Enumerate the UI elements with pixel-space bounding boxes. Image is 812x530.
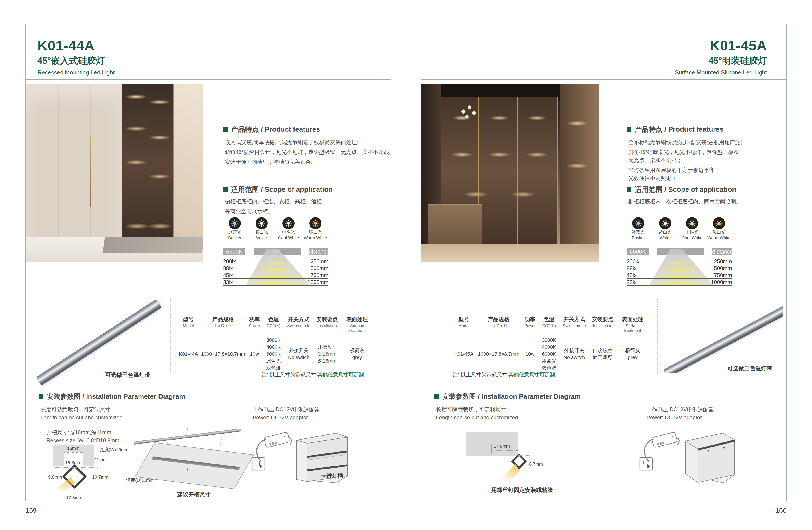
features-column: 产品特点 / Product features 全系标配无氧铜线,无须开槽,安装…	[627, 125, 793, 286]
spec-cct: 3000K4000K6000K冰蓝光双色温	[262, 337, 285, 371]
icon-label-en: Basket	[223, 235, 246, 240]
distance-value: 250mm	[310, 258, 329, 265]
sun-icon	[309, 217, 321, 229]
distance-value: 1000mm	[308, 279, 329, 285]
light-color-warm-white: 暖白光 Warm White	[707, 217, 730, 240]
icon-label-en: Cool White	[680, 235, 704, 240]
groove-diagram: L 宽度(W)16mm 深度(D)11mm L 建议开槽尺寸	[100, 426, 257, 500]
lux-value: 88lx	[627, 265, 636, 271]
dim-height: 8.7mm	[529, 462, 543, 467]
icon-label-en: Warm White	[707, 235, 730, 240]
flowers	[455, 100, 483, 132]
title-en: Surface Mounted Silicone Led Light	[675, 69, 767, 76]
cabinet-illustration	[679, 427, 740, 488]
power-text-en: Power: DC12V adaptor	[647, 415, 702, 421]
spec-surface: 极简灰grey	[342, 347, 373, 361]
light-color-cool-white: 中性光 Cool White	[680, 217, 704, 240]
icon-label-cn: 暖白光	[304, 229, 327, 235]
install-header: 安装参数图 / Installation Parameter Diagram	[434, 392, 581, 401]
spec-col-header: 安装要点Installation	[313, 316, 342, 333]
tricolor-caption: 可选做三色温灯带	[98, 371, 158, 378]
lux-value: 33lx	[223, 279, 233, 285]
dim-left: 9.8mm	[48, 475, 62, 480]
icon-label-cn: 超白光	[653, 229, 677, 235]
lux-value: 200lx	[627, 258, 639, 265]
section-divider	[29, 383, 387, 383]
feature-line: 斜角45°防炫目设计，见光不见灯，迷你型极窄、无光点、柔和不刺眼;	[225, 149, 391, 156]
scope-line: 橱柜柜底柜内、衣柜柜底柜内、商用空间照明。	[628, 198, 741, 205]
dim-top: 16mm	[63, 446, 84, 451]
note-suffix: 其他任意尺寸可定制	[508, 372, 555, 377]
section-bullet-icon	[223, 187, 228, 192]
spec-col-header: 开关方式Switch mode	[285, 316, 313, 333]
power-text-cn: 工作电压:DC12V电源适配器	[253, 406, 320, 413]
photometry-rows: 200lx250mm 88lx500mm 45lx750mm 33lx1000m…	[223, 257, 329, 286]
model-code: K01-45A	[675, 38, 767, 53]
sun-icon	[282, 217, 294, 229]
cut-text-en: Length can be cut and customized	[436, 415, 518, 421]
photometry-diagram: 6500K 90° distance 200lx250mm 88lx500mm …	[223, 248, 329, 286]
tricolor-caption: 可选做三色温灯带	[720, 365, 780, 372]
light-color-ice-blue: 冰蓝光 Basket	[627, 217, 650, 240]
spec-switch: 外接开关No switch	[285, 347, 313, 361]
light-cone	[55, 477, 75, 497]
sun-icon	[229, 217, 241, 229]
wardrobe-doors	[26, 84, 122, 262]
adaptor-illustration	[638, 428, 680, 478]
spec-col-header: 色温CCT(K)	[538, 316, 560, 333]
spec-col-header: 功率Power	[522, 316, 538, 333]
section-bullet-icon	[627, 127, 631, 132]
island-drawers	[429, 204, 482, 244]
spec-table: 型号Model 产品规格L x D x H 功率Power 色温CCT(K) 开…	[453, 316, 648, 372]
power-text-cn: 工作电压:DC12V电源适配器	[647, 406, 714, 413]
distance-value: 250mm	[714, 258, 732, 265]
scope-header: 适用范围 / Scope of application	[223, 185, 333, 194]
light-color-white: 超白光 White	[250, 217, 273, 240]
photometry-row: 88lx500mm	[223, 265, 329, 271]
lux-value: 33lx	[627, 279, 636, 285]
section-bullet-icon	[39, 394, 43, 399]
vertical-divider	[657, 299, 657, 373]
glass-mullion	[557, 97, 558, 249]
page-number-left: 159	[25, 507, 37, 514]
feature-line: 嵌入式安装,简单便捷,高端无氧铜端子线极简灰铝面处理;	[225, 139, 359, 146]
section-bullet-icon	[434, 394, 439, 399]
spec-table-row: K01-45A 1000×17.8×8.7mm 10w 3000K4000K60…	[453, 336, 648, 372]
glass-frame-line	[122, 84, 122, 262]
distance-chip: distance	[712, 248, 732, 255]
spec-switch: 外接开关No switch	[560, 347, 588, 361]
catalog-spread: K01-44A 45°嵌入式硅胶灯 Recessed Mounting Led …	[0, 0, 812, 530]
spec-col-header: 表面处理Surface treatment	[342, 316, 373, 333]
spec-table-header: 型号Model 产品规格L x D x H 功率Power 色温CCT(K) 开…	[177, 316, 373, 336]
title-en: Recessed Mounting Led Light	[38, 69, 115, 76]
feature-line: 全系标配无氧铜线,无须开槽,安装便捷,用途广泛;	[628, 139, 742, 146]
lux-value: 45lx	[627, 272, 636, 278]
sun-icon	[632, 217, 644, 229]
light-color-warm-white: 暖白光 Warm White	[304, 217, 327, 240]
note-prefix: 注: 以上尺寸为常规尺寸	[453, 372, 507, 377]
light-color-cool-white: 中性光 Cool White	[277, 217, 300, 240]
catalog-page-right: K01-45A 45°明装硅胶灯 Surface Mounted Silicon…	[421, 24, 787, 501]
spec-col-header: 安装要点Installation	[588, 316, 617, 333]
features-header-label: 产品特点 / Product features	[635, 125, 723, 134]
icon-label-en: Warm White	[304, 235, 327, 240]
spec-install: 自攻螺丝固定即可	[588, 347, 617, 361]
sun-icon	[256, 217, 268, 229]
adaptor-illustration	[250, 428, 293, 478]
distance-value: 500mm	[714, 265, 732, 271]
spec-size: 1000×17.8×10.7mm	[200, 350, 247, 358]
cabinet-caption: 卡进灯槽	[309, 472, 354, 479]
feature-line: 当灯条应用在层板的下方于板边平齐	[628, 167, 714, 174]
guide-line	[62, 484, 62, 494]
feature-line: 安装于预开的槽里，与槽边完美贴合;	[225, 158, 313, 166]
spec-col-header: 型号Model	[453, 316, 475, 333]
guide-line	[55, 484, 98, 484]
section-divider	[425, 383, 783, 383]
light-color-ice-blue: 冰蓝光 Basket	[223, 217, 246, 240]
scope-header-label: 适用范围 / Scope of application	[231, 185, 333, 194]
power-text-en: Power: DC12V adaptor	[253, 415, 308, 421]
sun-icon	[713, 217, 725, 229]
lux-value: 200lx	[223, 258, 236, 265]
photometry-row: 45lx750mm	[223, 271, 329, 278]
spec-col-header: 开关方式Switch mode	[560, 316, 588, 333]
